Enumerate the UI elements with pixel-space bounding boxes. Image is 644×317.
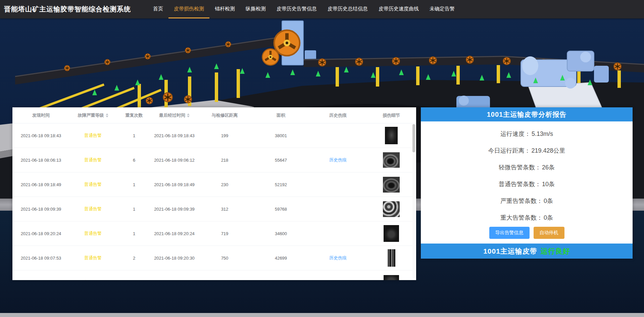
cell-last-pass-time: 2021-06-18 09:20:24 <box>152 231 197 236</box>
stat-value: 5.13m/s <box>532 130 553 138</box>
report-stat: 普通告警条数： 10条 <box>421 176 633 193</box>
table-row: 2021-06-18 09:18:43 普通告警 1 2021-06-18 09… <box>12 123 416 148</box>
report-stat: 严重告警条数： 0条 <box>421 193 633 209</box>
cell-repeat-count: 1 <box>116 207 152 212</box>
column-label: 最后经过时间 <box>159 112 185 118</box>
table-row: 2021-06-18 09:41:26 普通告警 1 2021-06-18 09… <box>12 270 416 280</box>
col-header-last-pass-time[interactable]: 最后经过时间 <box>152 112 197 119</box>
column-label: 故障严重等级 <box>78 112 104 118</box>
table-row: 2021-06-18 09:20:24 普通告警 1 2021-06-18 09… <box>12 221 416 246</box>
stat-label: 轻微告警条数： <box>499 163 541 171</box>
cell-found-time: 2021-06-18 09:20:24 <box>12 231 69 236</box>
nav-item-belt-history-alarm-info[interactable]: 皮带历史告警信息 <box>271 0 322 18</box>
damage-thumbnail[interactable] <box>383 177 400 193</box>
stat-label: 严重告警条数： <box>500 197 543 205</box>
stat-value: 26条 <box>542 163 555 171</box>
history-scar-link[interactable]: 历史伤痕 <box>329 255 347 261</box>
report-stat: 今日运行距离： 219.428公里 <box>421 142 633 159</box>
sort-carets-icon[interactable] <box>106 112 108 119</box>
cell-area: 59768 <box>252 207 309 212</box>
column-label: 发现时间 <box>32 112 50 118</box>
cell-damage-detail <box>366 152 416 168</box>
col-header-repeat-count: 重复次数 <box>116 112 152 118</box>
cell-repeat-count: 1 <box>116 280 152 280</box>
nav-menu: 首页皮带损伤检测锚杆检测纵撕检测皮带历史告警信息皮带历史总结信息皮带历史速度曲线… <box>148 0 460 18</box>
cell-distance: 900 <box>197 280 252 280</box>
cell-found-time: 2021-06-18 09:41:26 <box>12 280 69 280</box>
column-label: 重复次数 <box>126 112 143 118</box>
cell-severity: 普通告警 <box>69 206 116 212</box>
stat-value: 0条 <box>544 197 553 205</box>
nav-item-belt-damage-detection[interactable]: 皮带损伤检测 <box>168 0 209 18</box>
belt-analysis-report-panel: 1001主运输皮带分析报告 运行速度： 5.13m/s 今日运行距离： 219.… <box>421 107 633 259</box>
nav-item-home[interactable]: 首页 <box>148 0 168 18</box>
cell-distance: 230 <box>197 182 252 187</box>
stat-value: 0条 <box>544 214 553 222</box>
cell-damage-detail <box>366 275 416 280</box>
cell-area: 55647 <box>252 158 309 163</box>
belt-status-badge: 运行良好 <box>541 247 570 256</box>
cell-area: 52192 <box>252 182 309 187</box>
cell-damage-detail <box>366 249 416 267</box>
nav-item-longitudinal-tear-detection[interactable]: 纵撕检测 <box>240 0 271 18</box>
cell-damage-detail <box>366 177 416 193</box>
nav-item-belt-history-speed-curve[interactable]: 皮带历史速度曲线 <box>373 0 424 18</box>
damage-table-card: 发现时间 故障严重等级 重复次数 最后经过时间 与检修区距离 面积 历史伤痕 损… <box>12 107 416 280</box>
table-body: 2021-06-18 09:18:43 普通告警 1 2021-06-18 09… <box>12 123 416 280</box>
table-scrollbar-thumb[interactable] <box>412 124 415 152</box>
report-body: 运行速度： 5.13m/s 今日运行距离： 219.428公里 轻微告警条数： … <box>421 121 633 244</box>
cell-last-pass-time: 2021-06-18 09:18:43 <box>152 133 197 138</box>
column-label: 面积 <box>277 112 285 118</box>
cell-severity: 普通告警 <box>69 255 116 261</box>
col-header-distance-to-maintenance-area: 与检修区距离 <box>197 112 252 118</box>
cell-repeat-count: 2 <box>116 256 152 261</box>
damage-thumbnail[interactable] <box>384 225 399 242</box>
table-header-row: 发现时间 故障严重等级 重复次数 最后经过时间 与检修区距离 面积 历史伤痕 损… <box>12 107 416 123</box>
report-stat: 轻微告警条数： 26条 <box>421 159 633 176</box>
cell-damage-detail <box>366 127 416 144</box>
col-header-damage-detail: 损伤细节 <box>366 112 416 118</box>
cell-area: 34600 <box>252 231 309 236</box>
nav-item-unconfirmed-alarms[interactable]: 未确定告警 <box>424 0 460 18</box>
cell-area: 42699 <box>252 256 309 261</box>
cell-last-pass-time: 2021-06-18 09:41:26 <box>152 280 197 280</box>
stat-value: 10条 <box>542 180 555 188</box>
table-row: 2021-06-18 09:18:49 普通告警 1 2021-06-18 09… <box>12 172 416 197</box>
cell-found-time: 2021-06-18 09:18:43 <box>12 133 69 138</box>
cell-severity: 普通告警 <box>69 230 116 236</box>
col-header-severity[interactable]: 故障严重等级 <box>69 112 116 119</box>
history-scar-link[interactable]: 历史伤痕 <box>329 157 347 163</box>
col-header-history-scar: 历史伤痕 <box>309 112 366 118</box>
stat-value: 219.428公里 <box>531 147 565 155</box>
damage-thumbnail[interactable] <box>383 201 400 217</box>
auto-stop-button[interactable]: 自动停机 <box>534 227 564 239</box>
nav-item-anchor-detection[interactable]: 锚杆检测 <box>209 0 240 18</box>
sort-carets-icon[interactable] <box>187 112 190 119</box>
cell-distance: 199 <box>197 133 252 138</box>
cell-last-pass-time: 2021-06-18 09:20:30 <box>152 256 197 261</box>
cell-last-pass-time: 2021-06-18 09:06:12 <box>152 158 197 163</box>
damage-thumbnail[interactable] <box>387 249 395 267</box>
top-navbar: 晋能塔山矿主运输胶带智能综合检测系统 首页皮带损伤检测锚杆检测纵撕检测皮带历史告… <box>0 0 644 18</box>
stat-label: 重大告警条数： <box>500 214 543 222</box>
column-label: 与检修区距离 <box>212 112 238 118</box>
cell-found-time: 2021-06-18 09:09:39 <box>12 207 69 212</box>
report-title: 1001主运输皮带分析报告 <box>421 107 633 121</box>
table-row: 2021-06-18 09:09:39 普通告警 1 2021-06-18 09… <box>12 197 416 221</box>
cell-history-scar: 历史伤痕 <box>309 255 366 261</box>
cell-severity: 普通告警 <box>69 157 116 163</box>
cell-repeat-count: 1 <box>116 231 152 236</box>
damage-thumbnail[interactable] <box>385 127 398 144</box>
app-title: 晋能塔山矿主运输胶带智能综合检测系统 <box>4 0 131 18</box>
cell-last-pass-time: 2021-06-18 09:18:49 <box>152 182 197 187</box>
report-stat: 重大告警条数： 0条 <box>421 209 633 226</box>
col-header-area: 面积 <box>252 112 309 118</box>
export-alarm-info-button[interactable]: 导出告警信息 <box>489 227 530 239</box>
table-row: 2021-06-18 08:06:13 普通告警 6 2021-06-18 09… <box>12 148 416 172</box>
cell-severity: 普通告警 <box>69 133 116 139</box>
damage-thumbnail[interactable] <box>383 152 400 168</box>
nav-item-belt-history-summary-info[interactable]: 皮带历史总结信息 <box>322 0 373 18</box>
belt-name: 1001主运输皮带 <box>483 247 537 256</box>
cell-found-time: 2021-06-18 08:06:13 <box>12 158 69 163</box>
damage-thumbnail[interactable] <box>384 275 399 280</box>
